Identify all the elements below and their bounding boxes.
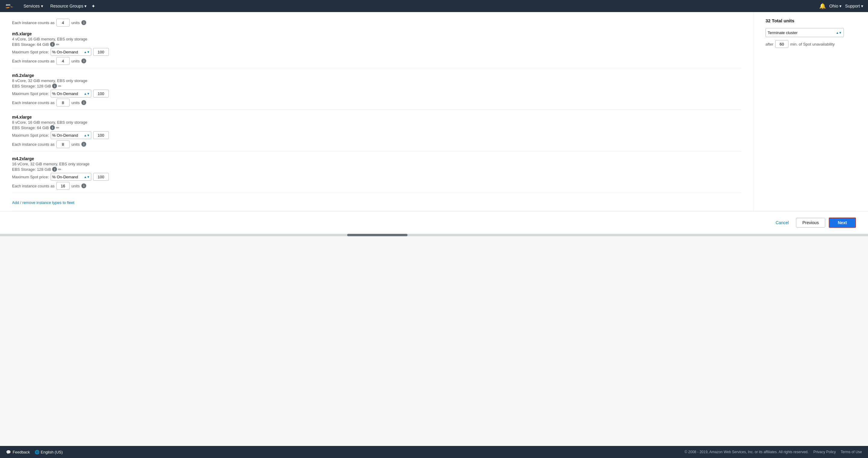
spot-row-1: Maximum Spot price: % On-Demand On-Deman… <box>12 90 741 97</box>
navbar: aws Services ▾ Resource Groups ▾ ✦ 🔔 Ohi… <box>0 0 868 12</box>
instance-block-3: m4.2xlarge 16 vCore, 32 GiB memory, EBS … <box>12 156 741 193</box>
spot-row-3: Maximum Spot price: % On-Demand On-Deman… <box>12 173 741 181</box>
spot-row-2: Maximum Spot price: % On-Demand On-Deman… <box>12 131 741 139</box>
spot-option-select-3[interactable]: % On-Demand On-Demand price <box>52 175 83 179</box>
cluster-action-row: Terminate cluster No action ▲▼ <box>766 28 856 37</box>
units-value-input-1[interactable] <box>56 99 70 107</box>
instance-desc-2: 8 vCore, 16 GiB memory, EBS only storage <box>12 120 741 124</box>
spot-select-3[interactable]: % On-Demand On-Demand price ▲▼ <box>51 173 91 181</box>
spot-option-select-1[interactable]: % On-Demand On-Demand price <box>52 91 83 96</box>
region-selector[interactable]: Ohio ▾ <box>830 4 841 8</box>
services-nav[interactable]: Services ▾ <box>21 4 45 8</box>
units-value-input-2[interactable] <box>56 140 70 148</box>
units-row-2: Each instance counts as units i <box>12 140 741 148</box>
left-column: Each instance counts as units i m5.xlarg… <box>0 12 753 211</box>
cancel-button[interactable]: Cancel <box>772 219 793 227</box>
units-row-0: Each instance counts as units i <box>12 57 741 65</box>
spot-select-arrow-icon-3: ▲▼ <box>84 175 90 179</box>
instance-storage-3: EBS Storage: 128 GiB i ✏ <box>12 167 741 172</box>
instance-name-0: m5.xlarge <box>12 31 741 36</box>
instance-storage-0: EBS Storage: 64 GiB i ✏ <box>12 42 741 47</box>
storage-edit-icon-1[interactable]: ✏ <box>58 84 61 88</box>
right-column: 32 Total units Terminate cluster No acti… <box>753 12 868 211</box>
top-units-row: Each instance counts as units i <box>12 19 741 27</box>
instance-name-3: m4.2xlarge <box>12 156 741 161</box>
instance-desc-1: 8 vCore, 32 GiB memory, EBS only storage <box>12 79 741 83</box>
spot-value-input-0[interactable] <box>93 48 109 56</box>
support-menu[interactable]: Support ▾ <box>845 4 863 8</box>
scrollbar-track[interactable] <box>0 234 868 236</box>
unavailability-row: after min. of Spot unavailability <box>766 40 856 48</box>
spot-option-select-0[interactable]: % On-Demand On-Demand price <box>52 50 83 54</box>
cluster-action-select[interactable]: Terminate cluster No action <box>768 30 835 35</box>
units-value-input-3[interactable] <box>56 182 70 190</box>
spot-option-select-2[interactable]: % On-Demand On-Demand price <box>52 133 83 138</box>
instance-storage-2: EBS Storage: 64 GiB i ✏ <box>12 125 741 130</box>
pin-icon[interactable]: ✦ <box>91 3 95 9</box>
top-units-info-icon[interactable]: i <box>82 20 86 25</box>
spot-select-arrow-icon-2: ▲▼ <box>84 134 90 137</box>
svg-text:aws: aws <box>6 4 10 6</box>
scrollbar-thumb[interactable] <box>347 234 407 236</box>
total-units-label: 32 Total units <box>766 18 856 23</box>
storage-info-icon-0[interactable]: i <box>50 42 55 47</box>
units-value-input-0[interactable] <box>56 57 70 65</box>
action-bar: Cancel Previous Next <box>0 211 868 234</box>
previous-button[interactable]: Previous <box>796 218 825 228</box>
storage-info-icon-3[interactable]: i <box>52 167 57 172</box>
instance-list: m5.xlarge 4 vCore, 16 GiB memory, EBS on… <box>12 31 741 193</box>
storage-edit-icon-0[interactable]: ✏ <box>56 42 59 47</box>
top-units-input[interactable] <box>56 19 70 27</box>
units-row-1: Each instance counts as units i <box>12 99 741 107</box>
storage-info-icon-2[interactable]: i <box>50 125 55 130</box>
instance-name-2: m4.xlarge <box>12 115 741 119</box>
spot-value-input-2[interactable] <box>93 131 109 139</box>
two-column-layout: Each instance counts as units i m5.xlarg… <box>0 12 868 211</box>
units-row-3: Each instance counts as units i <box>12 182 741 190</box>
unavailability-input[interactable] <box>775 40 788 48</box>
spot-value-input-3[interactable] <box>93 173 109 181</box>
spot-value-input-1[interactable] <box>93 90 109 97</box>
services-dropdown-icon: ▾ <box>41 4 43 8</box>
spot-select-2[interactable]: % On-Demand On-Demand price ▲▼ <box>51 131 91 139</box>
units-info-icon-2[interactable]: i <box>82 142 86 147</box>
instance-desc-3: 16 vCore, 32 GiB memory, EBS only storag… <box>12 162 741 166</box>
spot-select-0[interactable]: % On-Demand On-Demand price ▲▼ <box>51 48 91 56</box>
units-info-icon-1[interactable]: i <box>82 100 86 105</box>
spot-select-arrow-icon-1: ▲▼ <box>84 92 90 95</box>
page-content: Each instance counts as units i m5.xlarg… <box>0 12 868 236</box>
spot-select-arrow-icon-0: ▲▼ <box>84 50 90 54</box>
notification-bell-icon[interactable]: 🔔 <box>819 3 826 9</box>
storage-info-icon-1[interactable]: i <box>52 84 57 88</box>
cluster-action-arrow-icon: ▲▼ <box>836 31 842 34</box>
instance-block-1: m5.2xlarge 8 vCore, 32 GiB memory, EBS o… <box>12 73 741 110</box>
instance-desc-0: 4 vCore, 16 GiB memory, EBS only storage <box>12 37 741 41</box>
aws-logo[interactable]: aws <box>5 2 16 10</box>
instance-storage-1: EBS Storage: 128 GiB i ✏ <box>12 84 741 88</box>
add-remove-link[interactable]: Add / remove instance types to fleet <box>12 200 74 205</box>
navbar-right: 🔔 Ohio ▾ Support ▾ <box>819 3 863 9</box>
storage-edit-icon-3[interactable]: ✏ <box>58 167 61 172</box>
instance-block-2: m4.xlarge 8 vCore, 16 GiB memory, EBS on… <box>12 115 741 151</box>
storage-edit-icon-2[interactable]: ✏ <box>56 125 59 130</box>
cluster-action-select-wrapper[interactable]: Terminate cluster No action ▲▼ <box>766 28 844 37</box>
next-button[interactable]: Next <box>829 218 856 228</box>
resource-groups-nav[interactable]: Resource Groups ▾ <box>48 4 89 8</box>
instance-name-1: m5.2xlarge <box>12 73 741 78</box>
resource-groups-dropdown-icon: ▾ <box>84 4 87 8</box>
spot-row-0: Maximum Spot price: % On-Demand On-Deman… <box>12 48 741 56</box>
spot-select-1[interactable]: % On-Demand On-Demand price ▲▼ <box>51 90 91 97</box>
units-info-icon-0[interactable]: i <box>82 59 86 63</box>
instance-block-0: m5.xlarge 4 vCore, 16 GiB memory, EBS on… <box>12 31 741 68</box>
units-info-icon-3[interactable]: i <box>82 183 86 188</box>
